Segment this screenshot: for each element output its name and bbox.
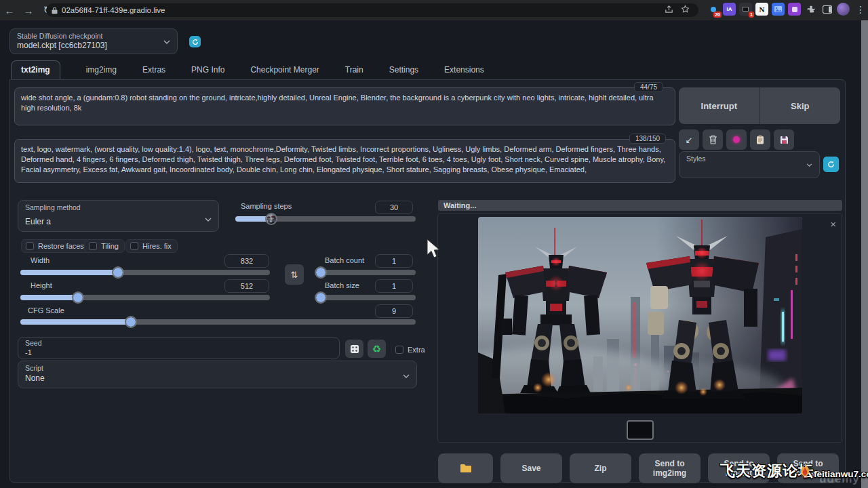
cfg-scale-label: CFG Scale: [28, 306, 64, 314]
url-bar[interactable]: 02a56ff4-71ff-439e.gradio.live: [46, 3, 698, 17]
extension-icon[interactable]: N: [755, 3, 768, 16]
apply-styles-button[interactable]: [750, 129, 770, 150]
extension-icon[interactable]: [772, 3, 785, 16]
tab-settings[interactable]: Settings: [389, 65, 418, 75]
styles-dropdown[interactable]: Styles: [679, 151, 820, 178]
checkbox-icon: [26, 242, 34, 250]
seed-input[interactable]: Seed -1: [18, 337, 340, 359]
batch-size-input[interactable]: 1: [375, 279, 413, 293]
tab-train[interactable]: Train: [345, 65, 363, 75]
swap-arrows-icon: ⇅: [291, 270, 298, 280]
extra-networks-icon: [733, 136, 740, 143]
tiling-checkbox[interactable]: Tiling: [84, 239, 125, 253]
seed-label: Seed: [25, 339, 42, 347]
clear-prompt-button[interactable]: [703, 129, 723, 150]
reuse-seed-button[interactable]: ♻: [368, 340, 386, 358]
send-to-img2img-button[interactable]: Send to img2img: [639, 453, 701, 483]
prompt-token-counter: 44/75: [634, 82, 663, 92]
puzzle-extensions-icon[interactable]: [804, 3, 817, 16]
floppy-disk-icon: [780, 136, 789, 144]
close-icon[interactable]: ×: [830, 220, 836, 229]
page-scrollbar[interactable]: [861, 20, 868, 488]
prompt-tools: ↙: [679, 129, 794, 150]
slider-thumb[interactable]: [113, 268, 123, 277]
clipboard-icon: [756, 135, 764, 144]
batch-count-slider[interactable]: [318, 270, 416, 275]
txt2img-panel: wide shot angle, a (gundam:0.8) robot st…: [9, 79, 846, 483]
side-panel-icon[interactable]: [821, 3, 833, 16]
zip-button[interactable]: Zip: [570, 453, 631, 483]
generated-image[interactable]: [478, 217, 802, 413]
swap-dimensions-button[interactable]: ⇅: [285, 264, 304, 285]
width-input[interactable]: 832: [224, 254, 269, 268]
script-dropdown[interactable]: Script None: [18, 361, 417, 388]
save-style-button[interactable]: [774, 129, 794, 150]
extension-icon[interactable]: 20: [707, 3, 719, 16]
sampling-steps-input[interactable]: 30: [375, 201, 413, 214]
cfg-scale-input[interactable]: 9: [375, 304, 413, 318]
tab-txt2img[interactable]: txt2img: [11, 60, 60, 79]
batch-count-input[interactable]: 1: [375, 254, 413, 268]
slider-thumb[interactable]: [316, 293, 326, 302]
extension-icon[interactable]: IA: [723, 3, 736, 16]
chevron-down-icon: [403, 369, 410, 381]
lock-icon: [52, 7, 58, 14]
hires-fix-checkbox[interactable]: Hires. fix: [125, 239, 178, 253]
sampling-steps-label: Sampling steps: [241, 202, 292, 210]
negative-prompt-input[interactable]: text, logo, watermark, (worst quality, l…: [14, 139, 675, 183]
script-value: None: [25, 373, 45, 383]
chevron-down-icon: [806, 157, 812, 169]
browser-menu-icon[interactable]: ⋮: [856, 4, 865, 15]
tab-extensions[interactable]: Extensions: [444, 65, 484, 75]
extra-networks-button[interactable]: [726, 129, 747, 150]
skip-button[interactable]: Skip: [760, 87, 841, 124]
trash-icon: [709, 135, 717, 144]
tab-extras[interactable]: Extras: [142, 65, 165, 75]
width-slider[interactable]: [20, 270, 270, 275]
batch-size-slider[interactable]: [318, 295, 416, 300]
negative-token-counter: 138/150: [629, 134, 666, 144]
sampling-steps-slider[interactable]: [235, 216, 416, 222]
height-label: Height: [31, 281, 52, 289]
back-icon[interactable]: ←: [0, 5, 19, 16]
paste-arrow-icon: ↙: [686, 135, 693, 145]
slider-thumb[interactable]: [316, 268, 326, 277]
dice-icon: [350, 344, 359, 354]
url-text[interactable]: 02a56ff4-71ff-439e.gradio.live: [62, 6, 660, 14]
tab-checkpoint-merger[interactable]: Checkpoint Merger: [250, 65, 319, 75]
slider-thumb[interactable]: [73, 293, 83, 302]
watermark-domain-text: feitianwu7.com: [814, 469, 868, 479]
tab-img2img[interactable]: img2img: [86, 65, 117, 75]
interrupt-button[interactable]: Interrupt: [679, 87, 760, 124]
cfg-scale-slider[interactable]: [20, 319, 416, 325]
restore-faces-checkbox[interactable]: Restore faces: [21, 239, 90, 253]
save-button[interactable]: Save: [500, 453, 562, 483]
open-folder-button[interactable]: [438, 453, 493, 483]
extension-icon[interactable]: 1: [739, 3, 752, 16]
profile-avatar[interactable]: [837, 3, 850, 16]
styles-refresh-button[interactable]: [823, 157, 839, 172]
gallery-thumbnail[interactable]: [628, 422, 652, 439]
share-icon[interactable]: [660, 5, 677, 16]
output-gallery: ×: [437, 214, 842, 443]
forward-icon[interactable]: →: [19, 5, 38, 16]
extension-icon[interactable]: [788, 3, 801, 16]
height-input[interactable]: 512: [224, 279, 269, 293]
checkpoint-label: Stable Diffusion checkpoint: [17, 32, 102, 40]
checkbox-icon: [395, 346, 403, 354]
random-seed-button[interactable]: [345, 340, 363, 358]
sampling-method-label: Sampling method: [25, 203, 81, 211]
checkpoint-refresh-button[interactable]: [189, 36, 201, 47]
height-slider[interactable]: [20, 295, 270, 300]
script-label: Script: [25, 364, 43, 372]
slider-thumb[interactable]: [126, 317, 136, 327]
bookmark-star-icon[interactable]: [677, 5, 693, 16]
prompt-input[interactable]: wide shot angle, a (gundam:0.8) robot st…: [14, 87, 675, 125]
paste-params-button[interactable]: ↙: [679, 129, 699, 150]
sampling-method-dropdown[interactable]: Sampling method Euler a: [18, 200, 219, 232]
slider-thumb[interactable]: [267, 214, 276, 224]
seed-extra-checkbox[interactable]: Extra: [391, 344, 431, 356]
tab-png-info[interactable]: PNG Info: [191, 65, 224, 75]
refresh-icon: [827, 161, 835, 168]
checkpoint-dropdown[interactable]: Stable Diffusion checkpoint model.ckpt […: [9, 28, 178, 54]
